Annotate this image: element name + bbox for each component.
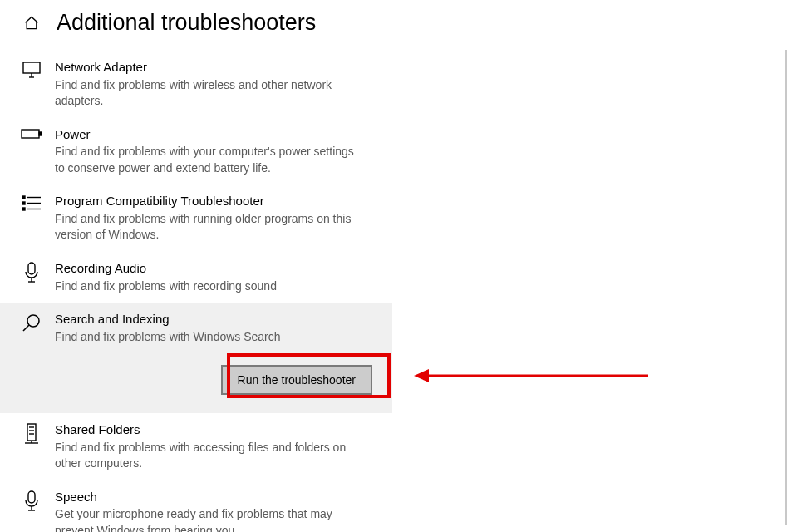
page-title: Additional troubleshooters [57,10,316,36]
svg-line-15 [23,325,29,331]
server-icon [20,421,43,445]
item-desc: Get your microphone ready and fix proble… [55,506,366,532]
svg-rect-22 [28,491,35,503]
battery-icon [20,126,43,140]
svg-rect-16 [27,424,36,441]
run-action-row: Run the troubleshooter [0,353,392,413]
item-shared-folders[interactable]: Shared Folders Find and fix problems wit… [0,413,392,480]
item-title: Network Adapter [55,59,366,76]
run-troubleshooter-button[interactable]: Run the troubleshooter [221,365,372,395]
item-desc: Find and fix problems with wireless and … [55,77,366,110]
item-speech[interactable]: Speech Get your microphone ready and fix… [0,480,392,532]
svg-rect-6 [22,202,25,204]
item-search-indexing[interactable]: Search and Indexing Find and fix problem… [0,303,392,353]
item-title: Recording Audio [55,260,366,277]
svg-rect-5 [22,196,25,199]
item-desc: Find and fix problems with your computer… [55,144,366,176]
item-title: Speech [55,489,366,505]
item-title: Power [55,126,366,143]
home-icon[interactable] [20,15,43,32]
search-icon [20,311,43,332]
svg-rect-11 [28,263,35,274]
item-power[interactable]: Power Find and fix problems with your co… [0,118,392,185]
scrollbar[interactable] [785,50,787,525]
item-title: Search and Indexing [55,311,366,328]
item-program-compat[interactable]: Program Compatibility Troubleshooter Fin… [0,185,392,252]
troubleshooter-list: Network Adapter Find and fix problems wi… [0,51,792,532]
page-header: Additional troubleshooters [0,0,792,51]
svg-rect-4 [39,132,42,135]
item-desc: Find and fix problems with accessing fil… [55,440,366,472]
item-title: Program Compatibility Troubleshooter [55,193,366,209]
microphone-icon [20,489,43,512]
item-desc: Find and fix problems with running older… [55,211,366,244]
svg-point-14 [27,315,39,327]
list-icon [20,193,43,213]
item-recording-audio[interactable]: Recording Audio Find and fix problems wi… [0,252,392,303]
svg-rect-7 [22,208,25,210]
item-desc: Find and fix problems with Windows Searc… [55,329,366,346]
item-title: Shared Folders [55,421,366,438]
microphone-icon [20,260,43,283]
svg-rect-3 [22,130,39,138]
item-network-adapter[interactable]: Network Adapter Find and fix problems wi… [0,51,392,118]
item-desc: Find and fix problems with recording sou… [55,278,366,295]
monitor-icon [20,59,43,79]
svg-rect-0 [23,62,40,73]
